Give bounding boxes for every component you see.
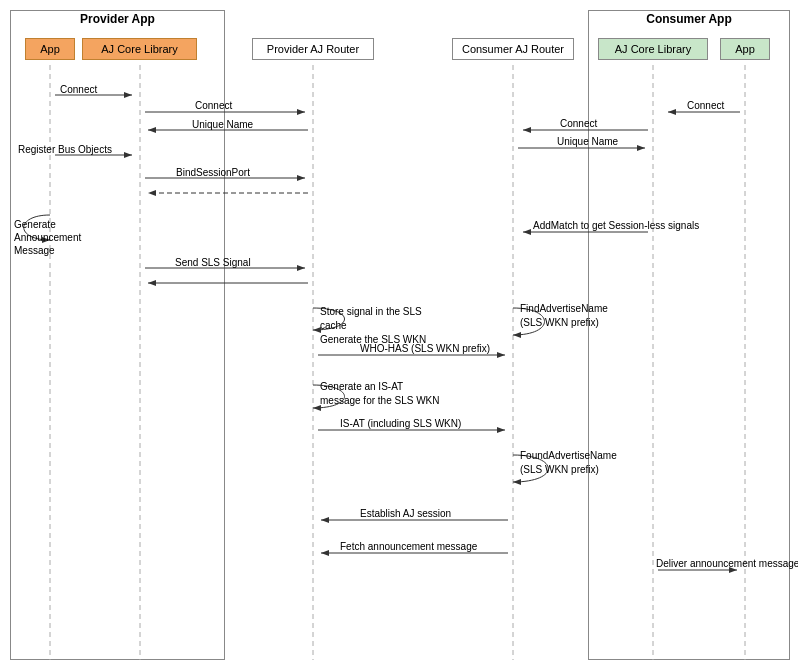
actor-ajcore2: AJ Core Library (598, 38, 708, 60)
label-gen-isat: Generate an IS-ATmessage for the SLS WKN (320, 380, 450, 408)
label-found-adv: FoundAdvertiseName(SLS WKN prefix) (520, 449, 630, 477)
label-connect4: Connect (560, 118, 597, 129)
label-connect2: Connect (195, 100, 232, 111)
provider-group-box (10, 10, 225, 660)
provider-group-label: Provider App (10, 12, 225, 26)
label-is-at: IS-AT (including SLS WKN) (340, 418, 461, 429)
label-who-has: WHO-HAS (SLS WKN prefix) (360, 343, 490, 354)
actor-provider-router: Provider AJ Router (252, 38, 374, 60)
label-fetch: Fetch announcement message (340, 541, 477, 552)
sequence-diagram: Provider App Consumer App App AJ Core Li… (0, 0, 798, 665)
consumer-group-label: Consumer App (588, 12, 790, 26)
label-connect1: Connect (60, 84, 97, 95)
label-addmatch: AddMatch to get Session-less signals (533, 220, 699, 231)
label-send-sls: Send SLS Signal (175, 257, 251, 268)
label-bindsession: BindSessionPort (176, 167, 250, 178)
actor-consumer-router: Consumer AJ Router (452, 38, 574, 60)
label-connect3: Connect (687, 100, 724, 111)
actor-app2: App (720, 38, 770, 60)
label-uniquename2: Unique Name (557, 136, 618, 147)
actor-app1: App (25, 38, 75, 60)
label-regbus: Register Bus Objects (18, 144, 112, 155)
label-gen-announce: Generate Announcement Message (14, 218, 74, 257)
label-establish: Establish AJ session (360, 508, 451, 519)
label-deliver: Deliver announcement message (656, 558, 798, 569)
label-uniquename1: Unique Name (192, 119, 253, 130)
actor-ajcore1: AJ Core Library (82, 38, 197, 60)
label-find-adv: FindAdvertiseName(SLS WKN prefix) (520, 302, 630, 330)
label-store-sls: Store signal in the SLS cacheGenerate th… (320, 305, 450, 347)
